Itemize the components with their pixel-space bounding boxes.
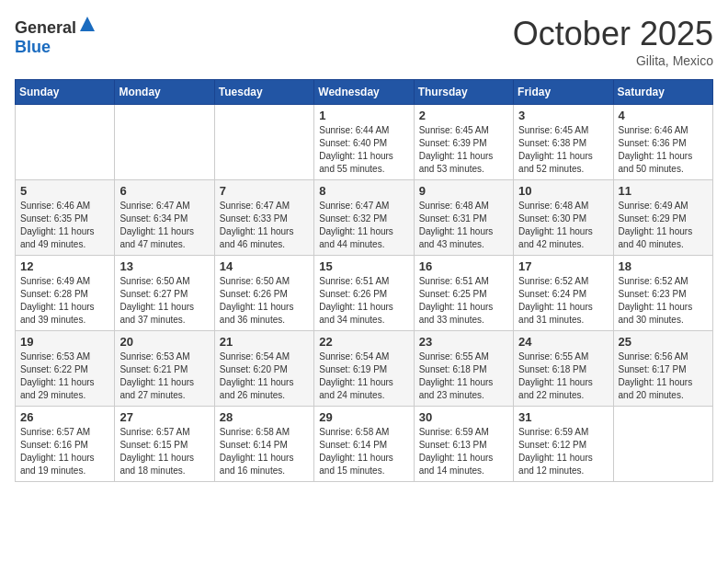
calendar-cell: 23Sunrise: 6:55 AM Sunset: 6:18 PM Dayli…	[414, 331, 513, 407]
calendar-cell: 14Sunrise: 6:50 AM Sunset: 6:26 PM Dayli…	[214, 256, 313, 331]
calendar-cell: 21Sunrise: 6:54 AM Sunset: 6:20 PM Dayli…	[214, 331, 313, 407]
day-info: Sunrise: 6:53 AM Sunset: 6:22 PM Dayligh…	[20, 350, 109, 402]
day-number: 31	[518, 410, 608, 424]
day-number: 20	[119, 335, 209, 349]
calendar-cell: 17Sunrise: 6:52 AM Sunset: 6:24 PM Dayli…	[514, 256, 613, 331]
day-info: Sunrise: 6:47 AM Sunset: 6:33 PM Dayligh…	[220, 200, 309, 251]
day-number: 16	[419, 259, 508, 273]
calendar-cell: 18Sunrise: 6:52 AM Sunset: 6:23 PM Dayli…	[613, 256, 712, 331]
day-info: Sunrise: 6:48 AM Sunset: 6:31 PM Dayligh…	[419, 200, 508, 251]
day-info: Sunrise: 6:46 AM Sunset: 6:35 PM Dayligh…	[20, 200, 109, 251]
day-info: Sunrise: 6:54 AM Sunset: 6:20 PM Dayligh…	[220, 350, 309, 402]
calendar-cell	[16, 105, 115, 180]
calendar-cell: 24Sunrise: 6:55 AM Sunset: 6:18 PM Dayli…	[514, 331, 613, 407]
day-info: Sunrise: 6:53 AM Sunset: 6:21 PM Dayligh…	[119, 350, 209, 402]
calendar-cell	[214, 105, 313, 180]
calendar-cell: 2Sunrise: 6:45 AM Sunset: 6:39 PM Daylig…	[414, 105, 513, 180]
calendar-cell: 29Sunrise: 6:58 AM Sunset: 6:14 PM Dayli…	[314, 407, 414, 482]
calendar-cell: 7Sunrise: 6:47 AM Sunset: 6:33 PM Daylig…	[214, 180, 313, 256]
day-number: 27	[119, 410, 209, 424]
day-number: 5	[20, 184, 109, 198]
day-info: Sunrise: 6:55 AM Sunset: 6:18 PM Dayligh…	[518, 350, 608, 402]
calendar-cell: 27Sunrise: 6:57 AM Sunset: 6:15 PM Dayli…	[115, 407, 214, 482]
day-info: Sunrise: 6:55 AM Sunset: 6:18 PM Dayligh…	[419, 350, 508, 402]
calendar-week-row: 12Sunrise: 6:49 AM Sunset: 6:28 PM Dayli…	[16, 256, 713, 331]
calendar-cell: 4Sunrise: 6:46 AM Sunset: 6:36 PM Daylig…	[613, 105, 712, 180]
calendar-table: SundayMondayTuesdayWednesdayThursdayFrid…	[15, 79, 713, 482]
calendar-cell: 19Sunrise: 6:53 AM Sunset: 6:22 PM Dayli…	[16, 331, 115, 407]
calendar-cell: 12Sunrise: 6:49 AM Sunset: 6:28 PM Dayli…	[16, 256, 115, 331]
logo: General Blue	[15, 15, 97, 57]
page-header: General Blue October 2025 Gilita, Mexico	[15, 15, 713, 68]
day-info: Sunrise: 6:58 AM Sunset: 6:14 PM Dayligh…	[319, 426, 408, 477]
calendar-cell: 1Sunrise: 6:44 AM Sunset: 6:40 PM Daylig…	[314, 105, 414, 180]
day-info: Sunrise: 6:59 AM Sunset: 6:13 PM Dayligh…	[419, 426, 508, 477]
calendar-cell: 11Sunrise: 6:49 AM Sunset: 6:29 PM Dayli…	[613, 180, 712, 256]
day-number: 12	[20, 259, 109, 273]
day-info: Sunrise: 6:52 AM Sunset: 6:24 PM Dayligh…	[518, 275, 608, 327]
calendar-header-sunday: Sunday	[16, 80, 115, 105]
day-number: 4	[619, 109, 708, 122]
month-title: October 2025	[513, 15, 713, 53]
calendar-cell: 25Sunrise: 6:56 AM Sunset: 6:17 PM Dayli…	[613, 331, 712, 407]
day-number: 7	[220, 184, 309, 198]
day-info: Sunrise: 6:45 AM Sunset: 6:38 PM Dayligh…	[518, 124, 608, 176]
day-number: 6	[119, 184, 209, 198]
calendar-header-saturday: Saturday	[613, 80, 712, 105]
day-info: Sunrise: 6:47 AM Sunset: 6:34 PM Dayligh…	[119, 200, 209, 251]
day-number: 29	[319, 410, 408, 424]
calendar-header-monday: Monday	[115, 80, 214, 105]
calendar-header-thursday: Thursday	[414, 80, 513, 105]
day-info: Sunrise: 6:52 AM Sunset: 6:23 PM Dayligh…	[619, 275, 708, 327]
day-number: 8	[319, 184, 408, 198]
logo-icon	[78, 15, 97, 33]
calendar-header-row: SundayMondayTuesdayWednesdayThursdayFrid…	[16, 80, 713, 105]
calendar-cell: 31Sunrise: 6:59 AM Sunset: 6:12 PM Dayli…	[514, 407, 613, 482]
day-info: Sunrise: 6:48 AM Sunset: 6:30 PM Dayligh…	[518, 200, 608, 251]
day-number: 15	[319, 259, 408, 273]
day-info: Sunrise: 6:51 AM Sunset: 6:26 PM Dayligh…	[319, 275, 408, 327]
day-number: 1	[319, 109, 408, 122]
day-number: 24	[518, 335, 608, 349]
calendar-cell: 15Sunrise: 6:51 AM Sunset: 6:26 PM Dayli…	[314, 256, 414, 331]
calendar-header-wednesday: Wednesday	[314, 80, 414, 105]
logo-general: General	[15, 18, 76, 37]
day-info: Sunrise: 6:46 AM Sunset: 6:36 PM Dayligh…	[619, 124, 708, 176]
logo-blue: Blue	[15, 38, 51, 56]
calendar-cell: 20Sunrise: 6:53 AM Sunset: 6:21 PM Dayli…	[115, 331, 214, 407]
day-info: Sunrise: 6:58 AM Sunset: 6:14 PM Dayligh…	[220, 426, 309, 477]
day-number: 9	[419, 184, 508, 198]
day-number: 28	[220, 410, 309, 424]
svg-marker-0	[80, 17, 95, 31]
calendar-week-row: 26Sunrise: 6:57 AM Sunset: 6:16 PM Dayli…	[16, 407, 713, 482]
day-info: Sunrise: 6:50 AM Sunset: 6:26 PM Dayligh…	[220, 275, 309, 327]
day-number: 17	[518, 259, 608, 273]
day-number: 11	[619, 184, 708, 198]
day-number: 14	[220, 259, 309, 273]
day-info: Sunrise: 6:51 AM Sunset: 6:25 PM Dayligh…	[419, 275, 508, 327]
calendar-header-tuesday: Tuesday	[214, 80, 313, 105]
day-info: Sunrise: 6:57 AM Sunset: 6:16 PM Dayligh…	[20, 426, 109, 477]
calendar-cell: 5Sunrise: 6:46 AM Sunset: 6:35 PM Daylig…	[16, 180, 115, 256]
day-number: 30	[419, 410, 508, 424]
calendar-cell: 22Sunrise: 6:54 AM Sunset: 6:19 PM Dayli…	[314, 331, 414, 407]
day-info: Sunrise: 6:56 AM Sunset: 6:17 PM Dayligh…	[619, 350, 708, 402]
location-title: Gilita, Mexico	[513, 53, 713, 68]
calendar-cell	[613, 407, 712, 482]
day-info: Sunrise: 6:45 AM Sunset: 6:39 PM Dayligh…	[419, 124, 508, 176]
day-number: 18	[619, 259, 708, 273]
day-number: 19	[20, 335, 109, 349]
day-number: 26	[20, 410, 109, 424]
calendar-week-row: 1Sunrise: 6:44 AM Sunset: 6:40 PM Daylig…	[16, 105, 713, 180]
calendar-cell: 6Sunrise: 6:47 AM Sunset: 6:34 PM Daylig…	[115, 180, 214, 256]
calendar-cell: 28Sunrise: 6:58 AM Sunset: 6:14 PM Dayli…	[214, 407, 313, 482]
calendar-cell: 16Sunrise: 6:51 AM Sunset: 6:25 PM Dayli…	[414, 256, 513, 331]
day-number: 23	[419, 335, 508, 349]
day-number: 3	[518, 109, 608, 122]
calendar-cell	[115, 105, 214, 180]
day-number: 10	[518, 184, 608, 198]
day-number: 21	[220, 335, 309, 349]
day-info: Sunrise: 6:57 AM Sunset: 6:15 PM Dayligh…	[119, 426, 209, 477]
calendar-cell: 13Sunrise: 6:50 AM Sunset: 6:27 PM Dayli…	[115, 256, 214, 331]
calendar-cell: 3Sunrise: 6:45 AM Sunset: 6:38 PM Daylig…	[514, 105, 613, 180]
